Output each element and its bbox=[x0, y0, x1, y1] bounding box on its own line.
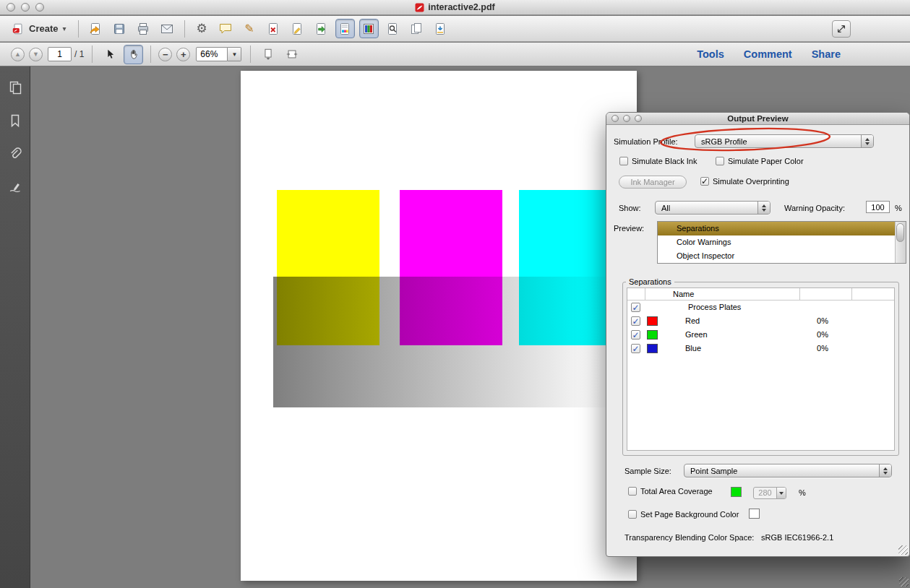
page-delete-icon[interactable] bbox=[264, 19, 283, 38]
separation-row-blue[interactable]: ✓ Blue 0% bbox=[627, 342, 894, 355]
separation-name: Green bbox=[685, 330, 708, 339]
checkbox-box bbox=[619, 157, 628, 165]
dialog-title: Output Preview bbox=[606, 114, 909, 123]
preview-item-object-inspector[interactable]: Object Inspector bbox=[658, 249, 906, 263]
chevron-down-icon: ▾ bbox=[62, 25, 66, 33]
window-resize-grip[interactable] bbox=[899, 577, 909, 587]
settings-gear-icon[interactable]: ⚙ bbox=[192, 19, 212, 38]
toolbar-separator bbox=[92, 46, 93, 63]
simulate-black-ink-label: Simulate Black Ink bbox=[632, 157, 697, 165]
page-save-other-icon[interactable] bbox=[431, 19, 450, 38]
separation-checkbox[interactable]: ✓ bbox=[631, 316, 640, 326]
simulate-paper-color-checkbox[interactable]: Simulate Paper Color bbox=[716, 157, 804, 165]
signatures-icon[interactable] bbox=[0, 175, 30, 199]
separations-group: Separations Name ✓ Process Plates ✓ bbox=[622, 282, 899, 456]
scrollbar-thumb[interactable] bbox=[896, 223, 904, 242]
hand-tool-icon[interactable] bbox=[124, 45, 143, 64]
dialog-body: Simulation Profile: sRGB Profile Simulat… bbox=[606, 125, 909, 556]
separation-name: Blue bbox=[685, 344, 701, 353]
page-thumbnails-icon[interactable] bbox=[0, 75, 30, 100]
separation-checkbox[interactable]: ✓ bbox=[631, 344, 640, 353]
dialog-titlebar[interactable]: Output Preview bbox=[606, 113, 909, 125]
preview-item-separations[interactable]: Separations bbox=[658, 222, 906, 235]
separation-value: 0% bbox=[801, 344, 844, 353]
preview-list-scrollbar[interactable] bbox=[895, 222, 906, 263]
maximize-button[interactable] bbox=[35, 3, 44, 12]
preview-item-color-warnings[interactable]: Color Warnings bbox=[658, 235, 906, 249]
page-export-icon[interactable] bbox=[312, 19, 331, 38]
zoom-level-value[interactable]: 66% bbox=[196, 47, 228, 61]
window-controls bbox=[0, 3, 44, 12]
sign-pen-icon[interactable]: ✎ bbox=[240, 19, 259, 38]
navigation-toolbar: ▲ ▼ / 1 − + 66% ▼ Tools Comment Share bbox=[0, 43, 910, 66]
acrobat-window: interactive2.pdf Create ▾ ⚙ bbox=[0, 0, 910, 588]
popup-stepper-icon bbox=[861, 135, 873, 147]
open-file-icon[interactable] bbox=[86, 19, 106, 38]
tac-value-select[interactable]: 280 bbox=[753, 487, 786, 499]
separation-checkbox[interactable]: ✓ bbox=[631, 303, 640, 312]
minimize-button[interactable] bbox=[21, 3, 30, 12]
simulate-paper-color-label: Simulate Paper Color bbox=[728, 157, 804, 165]
total-area-coverage-label: Total Area Coverage bbox=[640, 487, 713, 496]
blending-space-label: Transparency Blending Color Space: bbox=[624, 533, 754, 542]
zoom-combo: 66% ▼ bbox=[196, 47, 241, 61]
total-area-coverage-checkbox[interactable]: Total Area Coverage bbox=[628, 487, 713, 496]
popup-stepper-icon bbox=[757, 202, 770, 214]
sample-size-value: Point Sample bbox=[684, 467, 879, 475]
set-page-background-checkbox[interactable]: Set Page Background Color bbox=[628, 510, 739, 519]
zoom-in-button[interactable]: + bbox=[176, 48, 190, 61]
dialog-close-button[interactable] bbox=[611, 115, 619, 122]
preflight-search-icon[interactable] bbox=[383, 19, 403, 38]
next-page-button[interactable]: ▼ bbox=[29, 48, 43, 61]
toolbar-separator bbox=[184, 20, 185, 38]
show-select[interactable]: All bbox=[655, 201, 771, 215]
document-filename: interactive2.pdf bbox=[428, 2, 494, 12]
comment-link[interactable]: Comment bbox=[744, 48, 792, 60]
bookmarks-icon[interactable] bbox=[0, 108, 30, 133]
scroll-mode-icon[interactable] bbox=[258, 45, 278, 64]
sample-size-select[interactable]: Point Sample bbox=[684, 464, 892, 477]
select-tool-icon[interactable] bbox=[100, 45, 119, 64]
dialog-resize-grip[interactable] bbox=[898, 545, 908, 555]
zoom-dropdown-button[interactable]: ▼ bbox=[228, 47, 241, 61]
name-column-header: Name bbox=[673, 290, 694, 298]
checkbox-box: ✓ bbox=[700, 177, 709, 186]
separation-checkbox[interactable]: ✓ bbox=[631, 330, 640, 340]
simulate-overprinting-checkbox[interactable]: ✓ Simulate Overprinting bbox=[700, 177, 789, 186]
toolbar-separator bbox=[250, 46, 251, 63]
separation-row-red[interactable]: ✓ Red 0% bbox=[627, 314, 894, 328]
close-button[interactable] bbox=[7, 3, 15, 12]
page-background-color-swatch[interactable] bbox=[749, 509, 760, 519]
dialog-window-controls bbox=[606, 115, 642, 122]
separation-row-process-plates[interactable]: ✓ Process Plates bbox=[627, 301, 894, 314]
fit-width-icon[interactable] bbox=[282, 45, 301, 64]
output-preview-icon[interactable] bbox=[359, 19, 379, 38]
print-production-icon[interactable] bbox=[335, 19, 355, 38]
simulate-black-ink-checkbox[interactable]: Simulate Black Ink bbox=[619, 157, 697, 165]
page-edit-icon[interactable] bbox=[288, 19, 307, 38]
simulation-profile-select[interactable]: sRGB Profile bbox=[695, 134, 874, 148]
sample-size-label: Sample Size: bbox=[624, 467, 671, 476]
dialog-minimize-button[interactable] bbox=[623, 115, 630, 122]
attachments-icon[interactable] bbox=[0, 142, 30, 166]
dialog-maximize-button[interactable] bbox=[635, 115, 642, 122]
email-icon[interactable] bbox=[158, 19, 177, 38]
expand-toolbar-icon[interactable] bbox=[832, 20, 851, 38]
zoom-out-button[interactable]: − bbox=[158, 48, 172, 61]
preview-label: Preview: bbox=[614, 224, 644, 233]
print-icon[interactable] bbox=[134, 19, 153, 38]
ink-manager-button[interactable]: Ink Manager bbox=[619, 176, 687, 189]
tac-color-swatch[interactable] bbox=[731, 487, 742, 497]
warning-opacity-input[interactable] bbox=[866, 201, 890, 213]
navigation-sidebar bbox=[0, 66, 30, 588]
page-number-input[interactable] bbox=[48, 47, 72, 61]
tools-link[interactable]: Tools bbox=[697, 48, 724, 60]
separation-name: Process Plates bbox=[688, 303, 741, 311]
share-link[interactable]: Share bbox=[812, 48, 841, 60]
separation-row-green[interactable]: ✓ Green 0% bbox=[627, 328, 894, 342]
create-button[interactable]: Create ▾ bbox=[7, 20, 73, 38]
copy-pages-icon[interactable] bbox=[407, 19, 426, 38]
save-icon[interactable] bbox=[110, 19, 129, 38]
comment-bubble-icon[interactable] bbox=[216, 19, 236, 38]
previous-page-button[interactable]: ▲ bbox=[11, 48, 25, 61]
